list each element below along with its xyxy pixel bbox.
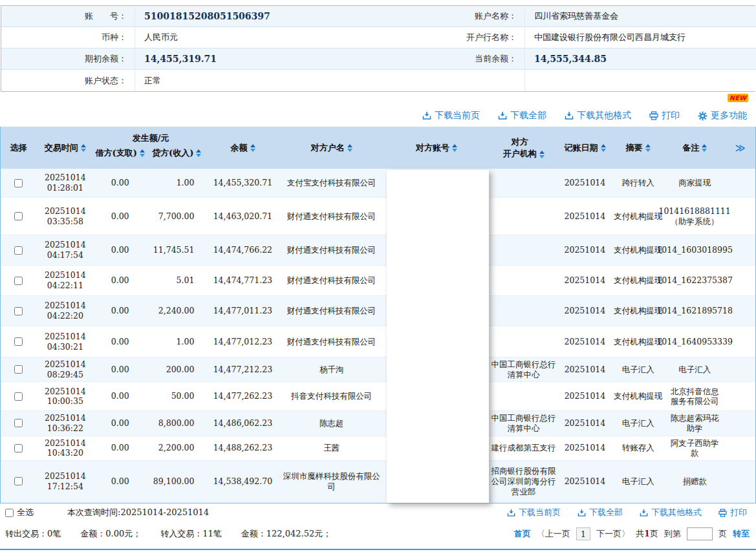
query-time-text: 本次查询时间:20251014-20251014 [67,507,209,518]
transaction-time-cell: 2025101404:17:54 [36,235,94,265]
column-header-post-date[interactable]: 记账日期 [559,127,611,169]
table-row: 2025101401:28:01 0.00 1.00 14,455,320.71… [1,169,755,198]
sort-icon[interactable] [250,144,255,152]
download-current-page-button[interactable]: 下载当前页 [507,507,561,518]
row-more-cell [724,296,755,326]
row-checkbox[interactable] [14,307,23,315]
balance-cell: 14,474,766.22 [207,235,278,265]
sort-icon[interactable] [702,144,707,152]
previous-page-link[interactable]: 〈上一页 [537,528,570,540]
row-checkbox[interactable] [14,179,23,187]
goto-page-label: 到第 [664,528,681,540]
remark-cell: 北京抖音信息服务有限公司 [665,382,724,410]
row-checkbox[interactable] [14,277,23,285]
post-date-cell: 20251014 [559,235,610,265]
debit-cell: 0.00 [94,436,146,460]
column-header-counterparty-account[interactable]: 对方账号 [385,127,488,169]
download-icon [498,111,507,120]
sort-icon[interactable] [196,149,201,157]
total-pages-text: 共1页 [636,528,658,540]
remark-cell: 1014_1640953339 [665,326,724,357]
counterparty-name-cell: 财付通支付科技有限公司 [278,235,385,265]
download-icon [507,509,515,517]
column-header-transaction-time[interactable]: 交易时间 [36,127,94,169]
download-icon [422,111,431,120]
debit-cell: 0.00 [94,169,146,197]
row-select-cell [1,198,36,235]
post-date-cell: 20251014 [559,357,611,381]
download-other-format-button[interactable]: 下载其他格式 [640,507,702,518]
column-header-debit[interactable]: 借方(支取) [94,147,146,159]
print-button[interactable]: 打印 [649,110,680,122]
row-checkbox[interactable] [14,212,23,220]
download-all-button[interactable]: 下载全部 [498,110,546,122]
row-select-cell [1,169,36,197]
credit-cell: 89,100.00 [146,461,208,502]
counterparty-name-cell: 王茜 [278,436,385,460]
account-number-label: 账 号： [1,6,135,27]
first-page-link[interactable]: 首页 [514,528,531,540]
table-row: 2025101404:30:21 0.00 1.00 14,477,012.23… [1,326,755,357]
counterparty-name-cell: 杨千洵 [278,357,385,381]
sort-icon[interactable] [347,144,352,152]
row-checkbox[interactable] [14,477,23,485]
counterparty-name-cell: 财付通支付科技有限公司 [278,326,385,357]
table-row: 2025101410:36:22 0.00 8,800.00 14,486,06… [1,411,755,436]
row-checkbox[interactable] [14,337,23,346]
column-header-balance[interactable]: 余额 [208,127,279,169]
counterparty-bank-cell [488,235,559,265]
column-header-counterparty-name[interactable]: 对方户名 [278,127,385,169]
balance-cell: 14,463,020.71 [207,198,278,235]
row-checkbox[interactable] [14,365,23,374]
transaction-time-cell: 2025101404:22:11 [36,266,94,295]
printer-icon [649,111,658,120]
sort-icon[interactable] [140,149,145,157]
summary-cell: 支付机构提现 [610,198,665,235]
credit-cell: 7,700.00 [146,198,208,235]
post-date-cell: 20251014 [559,198,610,235]
debit-cell: 0.00 [94,296,146,326]
goto-page-input[interactable] [687,527,713,540]
current-balance-value: 14,555,344.85 [524,48,756,70]
balance-cell: 14,477,212.23 [207,357,278,381]
sort-icon[interactable] [81,144,86,152]
select-all-checkbox[interactable] [5,509,14,517]
download-other-format-button[interactable]: 下载其他格式 [565,110,631,122]
debit-cell: 0.00 [94,411,146,435]
goto-page-button[interactable]: 转至 [733,528,750,540]
post-date-cell: 20251014 [559,382,611,410]
next-page-link[interactable]: 下一页〉 [596,528,630,540]
summary-cell: 电子汇入 [610,357,665,381]
expand-columns-icon[interactable]: ≫ [724,127,755,169]
column-header-summary[interactable]: 摘要 [610,127,665,169]
row-checkbox[interactable] [14,392,23,401]
sort-icon[interactable] [539,151,545,158]
download-icon [640,509,648,517]
column-header-counterparty-bank[interactable]: 对方开户机构 [488,127,559,169]
column-header-remark[interactable]: 备注 [665,127,724,169]
row-checkbox[interactable] [14,444,23,452]
row-checkbox[interactable] [14,246,23,255]
table-row: 2025101417:12:54 0.00 89,100.00 14,538,4… [1,461,755,503]
download-all-button[interactable]: 下载全部 [578,507,623,518]
redaction-overlay [387,170,489,503]
transaction-time-cell: 2025101404:30:21 [36,326,94,357]
sort-icon[interactable] [452,144,457,152]
more-features-button[interactable]: 更多功能 [698,110,747,122]
summary-cell: 转账存入 [610,436,665,460]
download-current-page-button[interactable]: 下载当前页 [422,110,480,122]
footer-actions-bar: 全选 本次查询时间:20251014-20251014 下载当前页 下载全部 下… [0,503,756,522]
row-select-cell [1,382,36,410]
column-header-credit[interactable]: 贷方(收入) [146,147,208,159]
row-more-cell [724,169,755,197]
post-date-cell: 20251014 [559,326,610,357]
counterparty-bank-cell [488,326,559,357]
sort-icon[interactable] [645,144,651,152]
toolbar: NEW 下载当前页 下载全部 下载其他格式 打印 更多功能 [0,92,756,127]
balance-cell: 14,477,262.23 [207,382,278,410]
print-button[interactable]: 打印 [718,507,747,518]
sort-icon[interactable] [601,144,606,152]
row-checkbox[interactable] [14,419,23,427]
row-select-cell [1,266,36,295]
balance-cell: 14,488,262.23 [207,436,278,460]
